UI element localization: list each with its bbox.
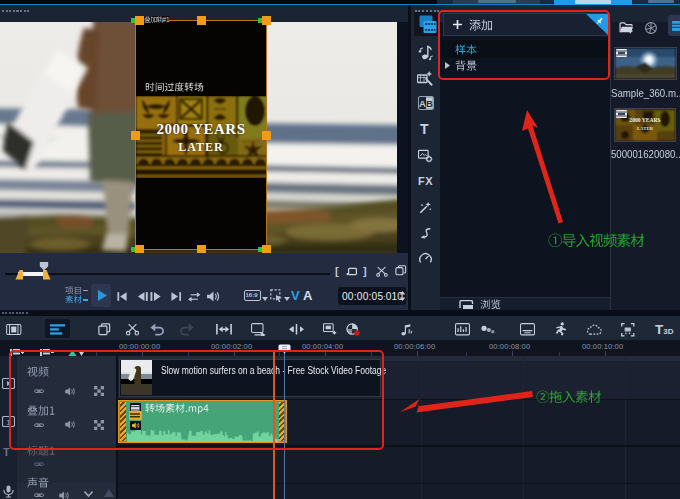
svg-text:B: B <box>425 97 432 108</box>
svg-text:2000 YEARS: 2000 YEARS <box>629 117 660 123</box>
svg-text:A: A <box>418 97 425 108</box>
svg-text:LATER: LATER <box>636 126 653 131</box>
